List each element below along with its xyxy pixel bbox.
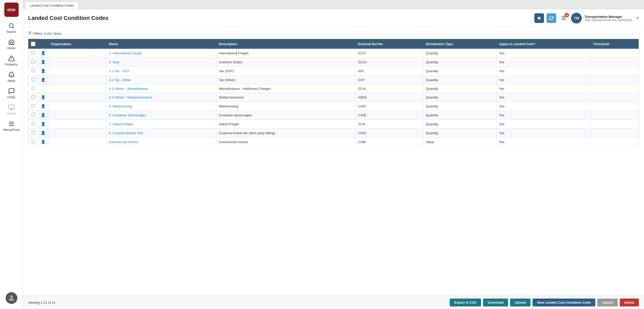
- row-name[interactable]: 5. Warehousing: [106, 102, 216, 111]
- row-checkbox[interactable]: [32, 51, 35, 54]
- table-row: 👤5. WarehousingWarehousingCA01QuantityYe…: [28, 102, 639, 111]
- row-distribution-type: Quantity: [423, 49, 496, 58]
- new-record-button[interactable]: New Landed Cost Condition Code: [533, 299, 595, 306]
- row-name-link[interactable]: 4.2 Others - Global insurance: [109, 95, 152, 99]
- page-header: Landed Cost Condition Codes ★ TM: [23, 9, 644, 27]
- row-checkbox[interactable]: [32, 86, 35, 90]
- row-description: Commercial Invoice: [216, 138, 355, 146]
- sidebar-user-avatar[interactable]: [6, 292, 17, 304]
- row-org-icon-cell: 👤: [38, 111, 48, 120]
- row-threshold: [590, 120, 639, 129]
- row-name[interactable]: 1. International Freight: [106, 49, 216, 58]
- person-icon: 👤: [41, 69, 46, 73]
- row-name[interactable]: 3.1 Tax - GST: [106, 67, 216, 76]
- row-name[interactable]: 7. Inland Freight: [106, 120, 216, 129]
- row-checkbox[interactable]: [32, 113, 35, 116]
- favorites-button[interactable]: [534, 13, 544, 23]
- row-organization: [48, 111, 106, 120]
- row-threshold: [590, 129, 639, 138]
- row-threshold: [590, 93, 639, 102]
- content-area: Filters (edit): None Organization Name D…: [23, 27, 644, 296]
- download-button[interactable]: Download: [483, 299, 508, 306]
- sidebar-item-menus[interactable]: Menus/Favs: [0, 118, 23, 134]
- row-checkbox[interactable]: [32, 69, 35, 72]
- row-name[interactable]: 6. Container Demurrages: [106, 111, 216, 120]
- row-name-link[interactable]: 3.1 Tax - GST: [109, 69, 129, 73]
- row-distribution-type: Quantity: [423, 129, 496, 138]
- row-checkbox[interactable]: [32, 95, 35, 98]
- select-all-checkbox[interactable]: [31, 42, 35, 46]
- row-name-link[interactable]: 7. Inland Freight: [109, 122, 133, 126]
- user-dropdown-arrow[interactable]: ▼: [636, 16, 639, 20]
- row-name-link[interactable]: 2. Duty: [109, 60, 119, 64]
- row-name[interactable]: 8. Customs Broker Fee: [106, 129, 216, 138]
- warning-icon: [8, 55, 15, 62]
- table-row: 👤4.2 Others - Global insuranceGlobal ins…: [28, 93, 639, 102]
- row-name-link[interactable]: 5. Warehousing: [109, 104, 132, 108]
- col-header-org-icon: [38, 39, 48, 49]
- row-organization: [48, 58, 106, 67]
- filters-value: None: [53, 32, 61, 35]
- user-avatar[interactable]: TM: [571, 13, 582, 23]
- person-icon: 👤: [41, 60, 46, 64]
- row-checkbox-cell: [28, 111, 38, 120]
- sidebar-item-switch[interactable]: Switch: [0, 102, 23, 118]
- row-external-ref-no: CA01: [355, 102, 423, 111]
- delete-button[interactable]: Delete: [620, 299, 639, 306]
- row-name-link[interactable]: 8. Customs Broker Fee: [109, 131, 143, 135]
- row-checkbox[interactable]: [32, 78, 35, 81]
- export-csv-button[interactable]: Export to CSV: [450, 299, 481, 306]
- row-name-link[interactable]: 4.1 Others - Miscellaneous: [109, 87, 148, 91]
- sidebar-item-problems[interactable]: Problems: [0, 53, 23, 69]
- sidebar-item-label: Menus/Favs: [3, 128, 20, 132]
- col-header-distribution-type: Distribution Type: [423, 39, 496, 49]
- upload-button[interactable]: Upload: [510, 299, 531, 306]
- row-external-ref-no: CA02: [355, 129, 423, 138]
- row-distribution-type: Quantity: [423, 58, 496, 67]
- app-logo[interactable]: one: [4, 3, 19, 17]
- row-distribution-type: Quantity: [423, 84, 496, 93]
- person-icon: 👤: [41, 131, 46, 135]
- row-checkbox[interactable]: [32, 60, 35, 63]
- person-icon: 👤: [41, 78, 46, 82]
- filters-edit-link[interactable]: edit: [45, 32, 50, 35]
- row-threshold: [590, 111, 639, 120]
- sidebar-item-chats[interactable]: Chats: [0, 85, 23, 102]
- row-name-link[interactable]: 3.2 Tax - Other: [109, 78, 131, 82]
- row-description: International Freight: [216, 49, 355, 58]
- row-name-link[interactable]: 1. International Freight: [109, 51, 142, 55]
- row-org-icon-cell: 👤: [38, 120, 48, 129]
- user-name: Transportation Manager: [584, 15, 632, 19]
- sidebar-item-search[interactable]: Search: [0, 20, 23, 36]
- row-name[interactable]: 4.1 Others - Miscellaneous: [106, 84, 216, 93]
- row-apply-landed-cost: Yes: [496, 111, 590, 120]
- tab-bar: Landed Cost Condition Codes: [23, 0, 644, 9]
- row-distribution-type: Quantity: [423, 67, 496, 76]
- sidebar-item-alerts[interactable]: Alerts: [0, 69, 23, 85]
- row-name[interactable]: 4.2 Others - Global insurance: [106, 93, 216, 102]
- table-row: 👤2. DutyCustoms DutiesZCACQuantityYes: [28, 58, 639, 67]
- row-checkbox-cell: [28, 58, 38, 67]
- row-name-link[interactable]: 6. Container Demurrages: [109, 113, 146, 117]
- svg-marker-15: [28, 32, 31, 35]
- col-header-organization: Organization: [48, 39, 106, 49]
- row-checkbox[interactable]: [32, 104, 35, 107]
- tab-landed-cost[interactable]: Landed Cost Condition Codes: [26, 2, 78, 9]
- row-name[interactable]: Commercial Invoice: [106, 138, 216, 146]
- refresh-button[interactable]: [547, 13, 556, 23]
- row-checkbox[interactable]: [32, 140, 35, 143]
- col-header-check: [28, 39, 38, 49]
- row-threshold: [590, 49, 639, 58]
- table-row: 👤3.1 Tax - GSTTax (GST)VATQuantityYes: [28, 67, 639, 76]
- row-checkbox[interactable]: [32, 122, 35, 125]
- row-distribution-type: Value: [423, 138, 496, 146]
- row-name[interactable]: 2. Duty: [106, 58, 216, 67]
- row-checkbox[interactable]: [32, 131, 35, 134]
- notifications-button[interactable]: ★: [559, 13, 569, 23]
- update-button[interactable]: Update: [597, 299, 618, 306]
- row-name[interactable]: 3.2 Tax - Other: [106, 76, 216, 84]
- row-name-link[interactable]: Commercial Invoice: [109, 140, 138, 144]
- row-apply-landed-cost: Yes: [496, 129, 590, 138]
- row-threshold: [590, 138, 639, 146]
- sidebar-item-home[interactable]: Home: [0, 36, 23, 53]
